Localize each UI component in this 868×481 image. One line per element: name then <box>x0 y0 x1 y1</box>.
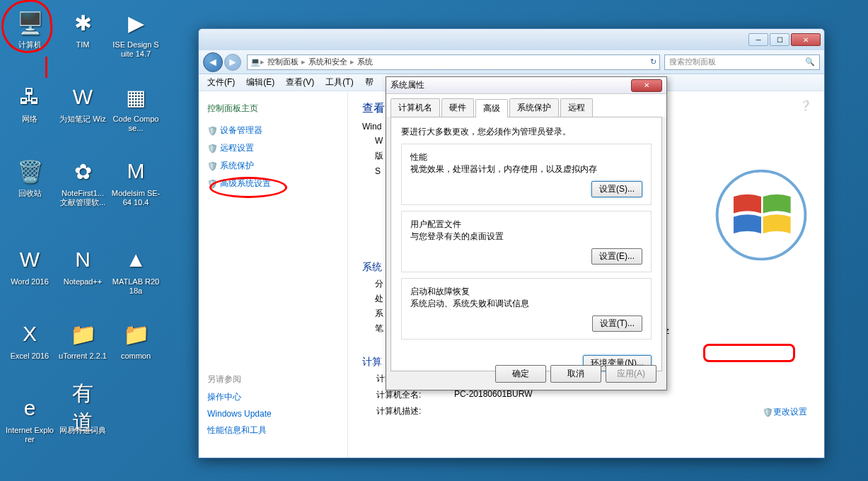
searchbox[interactable]: 搜索控制面板 🔍 <box>664 54 820 70</box>
navbar: ◄ ► 💻 ▸ 控制面板 ▸ 系统和安全 ▸ 系统 ↻ 搜索控制面板 🔍 <box>199 50 824 74</box>
desktop-icon-15[interactable]: eInternet Explorer <box>5 393 54 444</box>
ok-button[interactable]: 确定 <box>495 365 546 383</box>
desktop-icon-4[interactable]: W为知笔记 Wiz <box>58 81 108 124</box>
desktop-icon-13[interactable]: 📁uTorrent 2.2.1 <box>58 318 108 361</box>
svg-point-0 <box>717 171 806 260</box>
change-settings-link[interactable]: 🛡️ 更改设置 <box>763 406 807 418</box>
tab-computer-name[interactable]: 计算机名 <box>390 98 440 117</box>
desktop-icon-glyph: 有道 <box>67 393 98 424</box>
desktop-icon-16[interactable]: 有道网易有道词典 <box>58 393 108 435</box>
crumb-system[interactable]: 系统 <box>354 57 376 67</box>
desktop-icon-11[interactable]: ▲MATLAB R2018a <box>111 244 161 296</box>
full-name-label: 计算机全名: <box>376 389 454 401</box>
help-icon[interactable]: ❔ <box>799 100 811 111</box>
desktop-icon-10[interactable]: NNotepad++ <box>58 244 108 286</box>
desktop-icon-0[interactable]: 🖥️计算机 <box>5 7 54 50</box>
tab-hardware[interactable]: 硬件 <box>441 98 474 117</box>
desktop-icon-label: Word 2016 <box>5 277 54 286</box>
shield-icon: 🛡️ <box>207 161 217 171</box>
sidebar-home[interactable]: 控制面板主页 <box>207 103 339 115</box>
desktop-icon-label: 回收站 <box>5 189 54 198</box>
desktop-icon-label: 网络 <box>5 115 54 124</box>
desktop-icon-label: 为知笔记 Wiz <box>58 115 108 124</box>
desktop-icon-glyph: 🖧 <box>14 81 45 112</box>
shield-icon: 🛡️ <box>207 179 217 189</box>
desktop-icon-glyph: 📁 <box>67 318 98 349</box>
sidebar-windows-update[interactable]: Windows Update <box>207 409 339 419</box>
menu-help[interactable]: 帮 <box>359 76 379 88</box>
desktop-icon-glyph: W <box>14 244 45 275</box>
shield-icon: 🛡️ <box>763 407 773 417</box>
crumb-system-security[interactable]: 系统和安全 <box>306 57 350 67</box>
menu-file[interactable]: 文件(F) <box>202 76 241 88</box>
nav-forward-button[interactable]: ► <box>224 54 241 71</box>
desktop-icon-label: uTorrent 2.2.1 <box>58 352 108 361</box>
desktop-icon-1[interactable]: ✱TIM <box>58 7 108 50</box>
desktop-icon-9[interactable]: WWord 2016 <box>5 244 54 286</box>
sidebar: 控制面板主页 🛡️设备管理器 🛡️远程设置 🛡️系统保护 🛡️高级系统设置 另请… <box>199 91 347 458</box>
desktop-icon-glyph: W <box>67 81 98 112</box>
startup-settings-button[interactable]: 设置(T)... <box>592 315 642 332</box>
startup-group: 启动和故障恢复 系统启动、系统失败和调试信息 设置(T)... <box>401 278 652 340</box>
desktop-icon-2[interactable]: ▶ISE Design Suite 14.7 <box>111 7 161 59</box>
apply-button[interactable]: 应用(A) <box>606 365 656 383</box>
menu-tools[interactable]: 工具(T) <box>320 76 359 88</box>
desktop-icon-label: Modelsim SE-64 10.4 <box>111 189 161 207</box>
profile-settings-button[interactable]: 设置(E)... <box>591 248 642 265</box>
profile-group: 用户配置文件 与您登录有关的桌面设置 设置(E)... <box>401 211 652 272</box>
desktop-icon-8[interactable]: MModelsim SE-64 10.4 <box>111 156 161 207</box>
performance-title: 性能 <box>410 151 642 163</box>
desktop-icon-glyph: N <box>67 244 98 275</box>
performance-group: 性能 视觉效果，处理器计划，内存使用，以及虚拟内存 设置(S)... <box>401 144 652 205</box>
desktop-icon-12[interactable]: XExcel 2016 <box>5 318 54 361</box>
desktop-icon-glyph: ▦ <box>120 81 151 112</box>
close-button[interactable]: ✕ <box>791 33 821 46</box>
startup-desc: 系统启动、系统失败和调试信息 <box>410 298 642 310</box>
desktop-icon-label: ISE Design Suite 14.7 <box>111 40 161 59</box>
sidebar-advanced-system[interactable]: 🛡️高级系统设置 <box>207 178 339 190</box>
desktop-icon-glyph: ▶ <box>120 7 151 38</box>
windows-logo <box>715 169 807 261</box>
sidebar-action-center[interactable]: 操作中心 <box>207 391 339 403</box>
desktop-icon-glyph: ✿ <box>67 156 98 187</box>
performance-settings-button[interactable]: 设置(S)... <box>591 181 642 197</box>
desktop-icon-label: MATLAB R2018a <box>111 277 161 296</box>
dialog-title: 系统属性 <box>390 79 424 91</box>
crumb-control-panel[interactable]: 控制面板 <box>265 57 301 67</box>
nav-back-button[interactable]: ◄ <box>203 52 223 72</box>
desktop-icon-label: Excel 2016 <box>5 352 54 361</box>
maximize-button[interactable]: ☐ <box>770 33 789 46</box>
performance-desc: 视觉效果，处理器计划，内存使用，以及虚拟内存 <box>410 163 642 175</box>
titlebar: ─ ☐ ✕ <box>199 29 824 50</box>
sidebar-system-protection[interactable]: 🛡️系统保护 <box>207 160 339 172</box>
desktop-icon-6[interactable]: 🗑️回收站 <box>5 156 54 198</box>
addressbar[interactable]: 💻 ▸ 控制面板 ▸ 系统和安全 ▸ 系统 ↻ <box>247 54 660 70</box>
desktop-icon-7[interactable]: ✿NoteFirst1...文献管理软... <box>58 156 108 207</box>
tab-system-protection[interactable]: 系统保护 <box>509 98 559 117</box>
menu-view[interactable]: 查看(V) <box>280 76 320 88</box>
addressbar-icon: 💻 <box>250 57 260 66</box>
desktop-icon-label: common <box>111 352 161 361</box>
sidebar-remote[interactable]: 🛡️远程设置 <box>207 142 339 154</box>
refresh-icon[interactable]: ↻ <box>650 57 656 66</box>
minimize-button[interactable]: ─ <box>748 33 768 46</box>
system-properties-dialog: 系统属性 ✕ 计算机名 硬件 高级 系统保护 远程 要进行大多数更改，您必须作为… <box>386 76 667 390</box>
desktop-icon-glyph: 🗑️ <box>14 156 45 187</box>
desktop-icon-label: NoteFirst1...文献管理软... <box>58 189 108 207</box>
search-icon[interactable]: 🔍 <box>805 57 815 66</box>
tab-remote[interactable]: 远程 <box>560 98 593 117</box>
profile-desc: 与您登录有关的桌面设置 <box>410 231 642 243</box>
sidebar-perf-info[interactable]: 性能信息和工具 <box>207 424 339 436</box>
desktop-icon-glyph: ✱ <box>67 7 98 38</box>
dialog-close-button[interactable]: ✕ <box>631 79 662 92</box>
cancel-button[interactable]: 取消 <box>550 365 601 383</box>
desktop-icon-glyph: X <box>14 318 45 349</box>
description-label: 计算机描述: <box>376 405 454 417</box>
sidebar-device-manager[interactable]: 🛡️设备管理器 <box>207 124 339 137</box>
desktop-icon-5[interactable]: ▦Code Compose... <box>111 81 161 133</box>
desktop-icon-14[interactable]: 📁common <box>111 318 161 361</box>
desktop-icon-3[interactable]: 🖧网络 <box>5 81 54 124</box>
desktop-icon-label: 网易有道词典 <box>58 426 108 435</box>
tab-advanced[interactable]: 高级 <box>475 99 508 117</box>
menu-edit[interactable]: 编辑(E) <box>241 76 280 88</box>
